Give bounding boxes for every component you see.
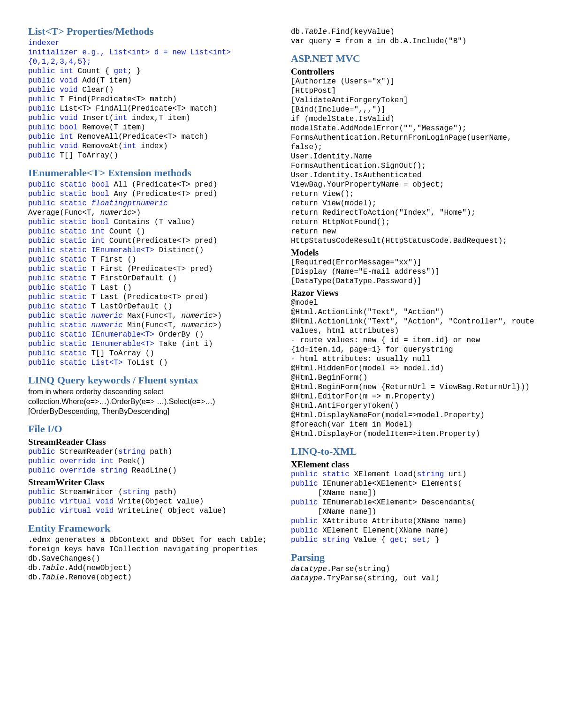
heading-linq-query: LINQ Query keywords / Fluent syntax — [28, 374, 272, 386]
: Razor Views — [291, 288, 535, 298]
heading-entity-framework: Entity Framework — [28, 522, 272, 534]
controllers-code: [Authorize (Users="x")] [HttpPost] [Vali… — [291, 77, 535, 246]
two-column-layout: List<T> Properties/Methods indexer initi… — [28, 19, 535, 583]
razor-code: @model @Html.ActionLink("Text", "Action"… — [291, 298, 535, 439]
entity-framework-code: .edmx generates a DbContext and DbSet fo… — [28, 535, 272, 582]
streamreader-code: public StreamReader(string path) public … — [28, 447, 272, 475]
xelement-code: public static XElement Load(string uri) … — [291, 470, 535, 545]
ienumerable-code: public static bool All (Predicate<T> pre… — [28, 180, 272, 368]
heading-streamreader: StreamReader Class — [28, 437, 272, 447]
heading-models: Models — [291, 248, 535, 258]
heading-streamwriter: StreamWriter Class — [28, 477, 272, 488]
heading-file-io: File I/O — [28, 423, 272, 435]
heading-xelement: XElement class — [291, 459, 535, 470]
streamwriter-code: public StreamWriter (string path) public… — [28, 488, 272, 516]
heading-linq-to-xml: LINQ-to-XML — [291, 445, 535, 458]
heading-controllers: Controllers — [291, 67, 535, 77]
heading-aspnet-mvc: ASP.NET MVC — [291, 53, 535, 65]
parsing-code: datatype.Parse(string) dataype.TryParse(… — [291, 564, 535, 583]
heading-parsing: Parsing — [291, 551, 535, 563]
models-code: [Required(ErrorMessage="xx")] [Display (… — [291, 258, 535, 286]
linq-query-text: from in where orderby descending select … — [28, 387, 272, 416]
entity-framework-cont: db.Table.Find(keyValue) var query = from… — [291, 27, 535, 46]
heading-ienumerable: IEnumerable<T> Extension methods — [28, 167, 272, 179]
right-column: db.Table.Find(keyValue) var query = from… — [291, 19, 535, 583]
left-column: List<T> Properties/Methods indexer initi… — [28, 19, 272, 583]
heading-list-t: List<T> Properties/Methods — [28, 25, 272, 38]
list-t-code: indexer initializer e.g., List<int> d = … — [28, 38, 272, 160]
